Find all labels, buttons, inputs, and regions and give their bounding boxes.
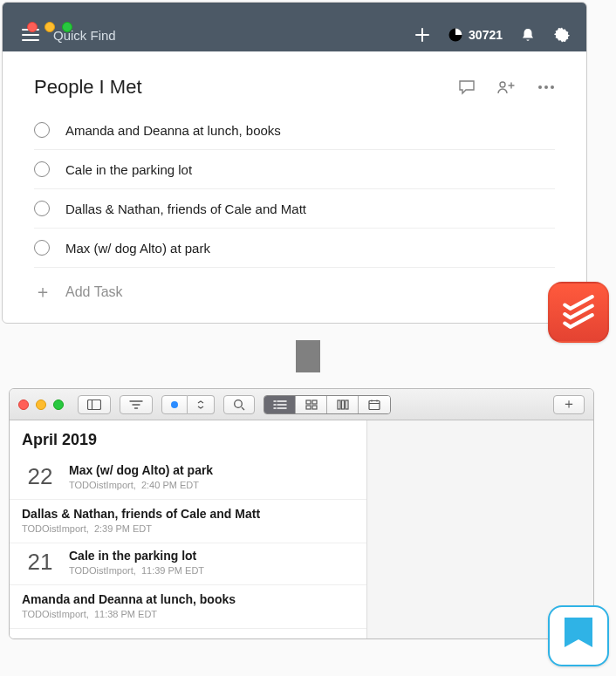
todoist-window: Quick Find 30721 People I Met (2, 2, 587, 324)
journal-color-button[interactable] (161, 395, 188, 414)
karma-value: 30721 (469, 28, 503, 42)
plus-icon: ＋ (34, 280, 50, 304)
task-label: Cale in the parking lot (65, 162, 192, 177)
sidebar-toggle-button[interactable] (78, 395, 111, 414)
journal-toolbar: ＋ (10, 389, 593, 420)
journal-dropdown-button[interactable] (188, 395, 215, 414)
svg-rect-6 (306, 400, 311, 404)
notifications-icon[interactable] (520, 27, 536, 43)
svg-rect-11 (341, 400, 344, 409)
entry-title: Max (w/ dog Alto) at park (69, 463, 354, 477)
task-checkbox[interactable] (34, 122, 50, 138)
share-icon[interactable] (496, 79, 516, 95)
search-button[interactable] (223, 395, 255, 414)
topbar-right: 30721 (414, 26, 571, 44)
minimize-window-button[interactable] (44, 22, 55, 32)
entry-title: Cale in the parking lot (69, 549, 354, 563)
svg-rect-13 (369, 400, 380, 409)
karma-icon (448, 27, 463, 43)
entry-meta: TODOistImport, 2:39 PM EDT (22, 523, 354, 534)
more-options-icon[interactable] (537, 85, 555, 89)
task-list: Amanda and Deanna at lunch, books Cale i… (34, 111, 555, 268)
task-label: Amanda and Deanna at lunch, books (65, 123, 281, 138)
close-window-button[interactable] (18, 399, 29, 410)
filter-button[interactable] (120, 395, 153, 414)
entry-meta: TODOistImport, 11:39 PM EDT (69, 565, 354, 576)
svg-point-5 (235, 399, 243, 407)
column-view-button[interactable] (327, 396, 359, 413)
window-controls (18, 399, 69, 410)
add-task-label: Add Task (65, 284, 123, 300)
journal-entry[interactable]: Amanda and Deanna at lunch, books TODOis… (10, 585, 366, 629)
journal-entry[interactable]: Dallas & Nathan, friends of Cale and Mat… (10, 500, 366, 543)
quick-find-input[interactable]: Quick Find (53, 28, 414, 43)
new-entry-button[interactable]: ＋ (553, 395, 585, 414)
entry-meta: TODOistImport, 11:38 PM EDT (22, 609, 354, 619)
task-item[interactable]: Max (w/ dog Alto) at park (34, 229, 555, 268)
entry-day: 21 (22, 549, 58, 576)
entry-title: Amanda and Deanna at lunch, books (22, 592, 354, 606)
project-title: People I Met (34, 76, 458, 99)
todoist-body: People I Met Amanda and Deanna at lunch,… (3, 51, 586, 316)
karma-counter[interactable]: 30721 (448, 27, 503, 43)
grid-view-button[interactable] (296, 396, 327, 413)
journal-content: April 2019 22 Max (w/ dog Alto) at park … (10, 420, 593, 638)
task-checkbox[interactable] (34, 161, 50, 177)
view-switcher (264, 395, 391, 414)
separator-block (296, 340, 320, 372)
task-item[interactable]: Amanda and Deanna at lunch, books (34, 111, 555, 150)
svg-rect-9 (312, 406, 317, 409)
task-label: Dallas & Nathan, friends of Cale and Mat… (65, 201, 306, 216)
journal-window: ＋ April 2019 22 Max (w/ dog Alto) at par… (9, 388, 594, 639)
project-actions (458, 79, 555, 95)
add-task-icon[interactable] (414, 27, 430, 43)
journal-picker (161, 395, 215, 414)
entry-day: 22 (22, 463, 58, 490)
entry-title: Dallas & Nathan, friends of Cale and Mat… (22, 507, 354, 521)
task-item[interactable]: Cale in the parking lot (34, 150, 555, 189)
todoist-topbar: Quick Find 30721 (3, 3, 586, 51)
entry-meta: TODOistImport, 2:40 PM EDT (69, 480, 354, 490)
zoom-window-button[interactable] (53, 399, 64, 410)
todoist-app-icon (548, 282, 609, 343)
calendar-view-button[interactable] (359, 396, 390, 413)
journal-entry[interactable]: 21 Cale in the parking lot TODOistImport… (10, 543, 366, 585)
list-view-button[interactable] (264, 396, 296, 413)
svg-rect-3 (88, 399, 101, 409)
window-controls (18, 14, 81, 40)
add-task-button[interactable]: ＋ Add Task (34, 268, 555, 316)
minimize-window-button[interactable] (36, 399, 46, 410)
svg-rect-8 (306, 406, 311, 409)
task-checkbox[interactable] (34, 240, 50, 256)
task-item[interactable]: Dallas & Nathan, friends of Cale and Mat… (34, 189, 555, 229)
svg-rect-12 (346, 400, 348, 409)
svg-rect-7 (312, 400, 317, 404)
svg-rect-10 (338, 400, 340, 409)
entry-list-pane: April 2019 22 Max (w/ dog Alto) at park … (10, 420, 367, 638)
zoom-window-button[interactable] (62, 22, 72, 32)
task-label: Max (w/ dog Alto) at park (65, 241, 210, 256)
journal-entry[interactable]: 22 Max (w/ dog Alto) at park TODOistImpo… (10, 458, 366, 500)
close-window-button[interactable] (27, 22, 38, 32)
month-header: April 2019 (10, 420, 366, 458)
settings-icon[interactable] (553, 26, 571, 44)
svg-point-2 (500, 82, 505, 87)
task-checkbox[interactable] (34, 201, 50, 216)
project-title-row: People I Met (34, 76, 555, 99)
comments-icon[interactable] (458, 79, 476, 95)
dayone-app-icon (548, 605, 609, 666)
